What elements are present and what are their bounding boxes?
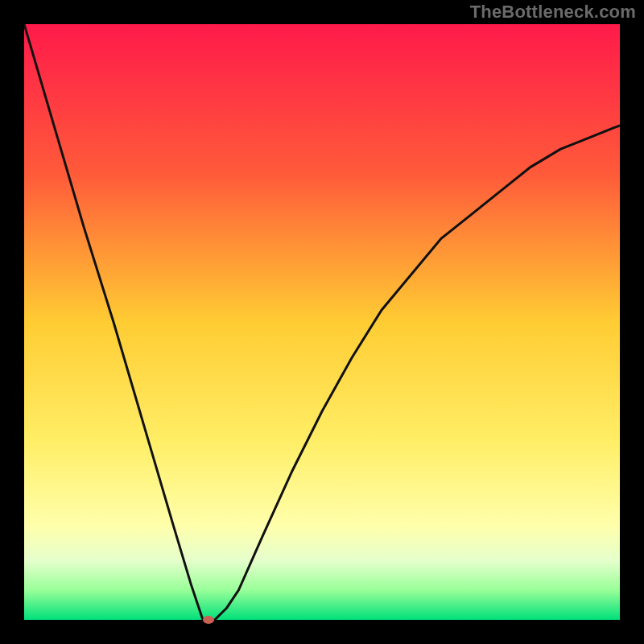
minimum-marker (203, 616, 214, 624)
chart-svg (24, 24, 620, 620)
watermark-text: TheBottleneck.com (470, 2, 636, 23)
chart-frame: TheBottleneck.com (0, 0, 644, 644)
plot-area (24, 24, 620, 620)
